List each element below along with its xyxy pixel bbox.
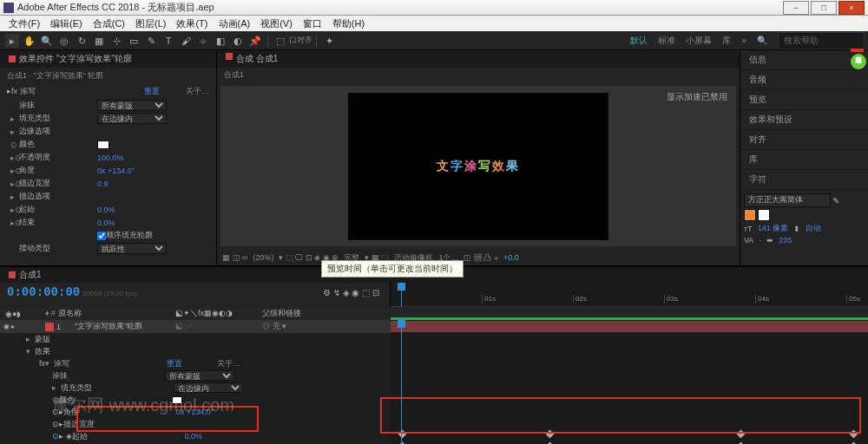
reset-link[interactable]: 重置	[144, 86, 160, 97]
menu-layer[interactable]: 图层(L)	[130, 16, 171, 31]
puppet-tool[interactable]: 📌	[248, 34, 262, 48]
composition-viewer: 合成 合成1 合成1 显示加速已禁用 文字涂写效果 ▦ ◫ ∞ (20%) ▾ …	[217, 50, 740, 265]
zoom-select[interactable]: (20%)	[253, 253, 273, 262]
roto-tool[interactable]: ◐	[231, 34, 245, 48]
mocha-icon[interactable]: ✦	[322, 34, 336, 48]
eyedropper-icon[interactable]: ✎	[832, 196, 839, 206]
window-title: Adobe After Effects CC 2018 - 无标题项目.aep	[17, 1, 781, 14]
rect-tool[interactable]: ▭	[127, 34, 141, 48]
toolbar: ▸ ✋ 🔍 ◎ ↻ ▦ ⊹ ▭ ✎ T 🖌 ⟐ ◧ ◐ 📌 ⬚ 口对齐 ✦ 默认…	[0, 31, 868, 50]
tl-filltype-select[interactable]: 在边缘内	[174, 382, 243, 393]
viewer-tab-title[interactable]: 合成 合成1	[236, 53, 278, 65]
font-size-value[interactable]: 141 像素	[758, 223, 789, 234]
highlight-box-1	[76, 406, 259, 432]
pen-tool[interactable]: ✎	[144, 34, 158, 48]
promo-badge[interactable]: 点我加速	[851, 49, 868, 101]
panel-info[interactable]: 信息	[740, 50, 868, 70]
time-ruler[interactable]: 01s 02s 03s 04s 05s	[391, 283, 868, 307]
viewport[interactable]: 显示加速已禁用 文字涂写效果	[220, 86, 736, 246]
tl-start-value[interactable]: 0.0%	[185, 432, 203, 441]
scribble-mode-select[interactable]: 所有蒙版	[97, 100, 167, 111]
panel-library[interactable]: 库	[740, 150, 868, 170]
clone-tool[interactable]: ⟐	[196, 34, 210, 48]
workspace-default[interactable]: 默认	[630, 35, 648, 47]
close-button[interactable]: ×	[838, 1, 865, 15]
menu-view[interactable]: 视图(V)	[255, 16, 298, 31]
layer-row[interactable]: ◉ ▸ 1"文字涂写效果"轮廓 ⬕ ／ ◎ 无 ▾	[0, 320, 391, 333]
search-input[interactable]: 搜索帮助	[778, 32, 865, 49]
hand-tool[interactable]: ✋	[23, 34, 36, 48]
align-label[interactable]: 口对齐	[289, 35, 312, 46]
stroke-color-swatch[interactable]	[758, 209, 770, 221]
workspace-small[interactable]: 小屏幕	[686, 35, 712, 47]
snap-icon[interactable]: ⬚	[273, 34, 287, 48]
menu-edit[interactable]: 编辑(E)	[45, 16, 88, 31]
panel-preview[interactable]: 预览	[740, 90, 868, 110]
minimize-button[interactable]: −	[783, 1, 809, 15]
panel-character[interactable]: 字符	[740, 170, 868, 190]
about-link[interactable]: 关于…	[186, 86, 209, 97]
workspace-more[interactable]: »	[741, 36, 746, 45]
rotate-tool[interactable]: ↻	[75, 34, 89, 48]
orbit-tool[interactable]: ◎	[57, 34, 71, 48]
end-value[interactable]: 0.0%	[97, 219, 115, 227]
search-icon: 🔍	[757, 36, 767, 45]
timecode-display[interactable]: 0:00:00:00	[7, 284, 80, 298]
playhead[interactable]	[401, 283, 402, 306]
workspace-library[interactable]: 库	[722, 35, 731, 47]
menu-animation[interactable]: 动画(A)	[214, 16, 256, 31]
seq-fill-checkbox[interactable]	[97, 232, 106, 240]
exposure-value[interactable]: +0.0	[503, 253, 519, 262]
effects-breadcrumb: 合成1 · "文字涂写效果" 轮廓	[0, 68, 216, 84]
viewer-comp-name: 合成1	[217, 68, 740, 82]
wiggle-type-select[interactable]: 跳跃性	[97, 243, 167, 254]
angle-value[interactable]: 0x +134.0°	[97, 166, 135, 175]
effects-panel-title: 效果控件 "文字涂写效果"轮廓	[19, 53, 132, 65]
right-panels: 信息 音频 预览 效果和预设 对齐 库 字符 方正正大黑简体 ✎ тT141 像…	[740, 50, 868, 265]
menu-window[interactable]: 窗口	[298, 16, 327, 31]
menu-composition[interactable]: 合成(C)	[88, 16, 130, 31]
stroke-width-value[interactable]: 0.9	[97, 180, 108, 188]
brush-tool[interactable]: 🖌	[179, 34, 193, 48]
menu-help[interactable]: 帮助(H)	[327, 16, 370, 31]
color-swatch[interactable]	[97, 140, 109, 149]
panel-audio[interactable]: 音频	[740, 70, 868, 90]
camera-tool[interactable]: ▦	[92, 34, 106, 48]
opacity-value[interactable]: 100.0%	[97, 153, 124, 162]
menu-file[interactable]: 文件(F)	[3, 16, 45, 31]
app-icon	[3, 3, 14, 13]
tl-scribble-select[interactable]: 所有蒙版	[165, 370, 234, 381]
selection-tool[interactable]: ▸	[5, 34, 19, 48]
leading-value[interactable]: 自动	[806, 223, 821, 234]
fill-color-swatch[interactable]	[744, 209, 756, 221]
panel-align[interactable]: 对齐	[740, 130, 868, 150]
start-value[interactable]: 0.0%	[97, 206, 115, 214]
canvas-content: 文字涂写效果	[437, 159, 520, 174]
font-select[interactable]: 方正正大黑简体	[744, 193, 831, 207]
timeline-tab[interactable]: 合成1	[19, 269, 42, 281]
layer-name: "文字涂写效果"轮廓	[75, 321, 142, 332]
effects-controls-panel: 效果控件 "文字涂写效果"轮廓 合成1 · "文字涂写效果" 轮廓 ▸fx 涂写…	[0, 50, 217, 265]
window-titlebar: Adobe After Effects CC 2018 - 无标题项目.aep …	[0, 0, 868, 16]
zoom-tool[interactable]: 🔍	[40, 34, 54, 48]
eraser-tool[interactable]: ◧	[214, 34, 227, 48]
mag-icon[interactable]: ▦ ◫ ∞	[222, 253, 247, 262]
maximize-button[interactable]: □	[811, 1, 837, 15]
panel-effects-presets[interactable]: 效果和预设	[740, 110, 868, 130]
menubar: 文件(F) 编辑(E) 合成(C) 图层(L) 效果(T) 动画(A) 视图(V…	[0, 16, 868, 31]
workspace-standard[interactable]: 标准	[658, 35, 675, 47]
anchor-tool[interactable]: ⊹	[109, 34, 123, 48]
tooltip: 预览时间（单击可更改当前时间）	[321, 260, 464, 278]
highlight-box-2	[380, 397, 861, 434]
tracking-value[interactable]: 235	[779, 236, 792, 245]
fill-type-select[interactable]: 在边缘内	[97, 113, 167, 124]
text-tool[interactable]: T	[161, 34, 175, 48]
menu-effect[interactable]: 效果(T)	[171, 16, 213, 31]
gpu-message: 显示加速已禁用	[667, 91, 727, 103]
